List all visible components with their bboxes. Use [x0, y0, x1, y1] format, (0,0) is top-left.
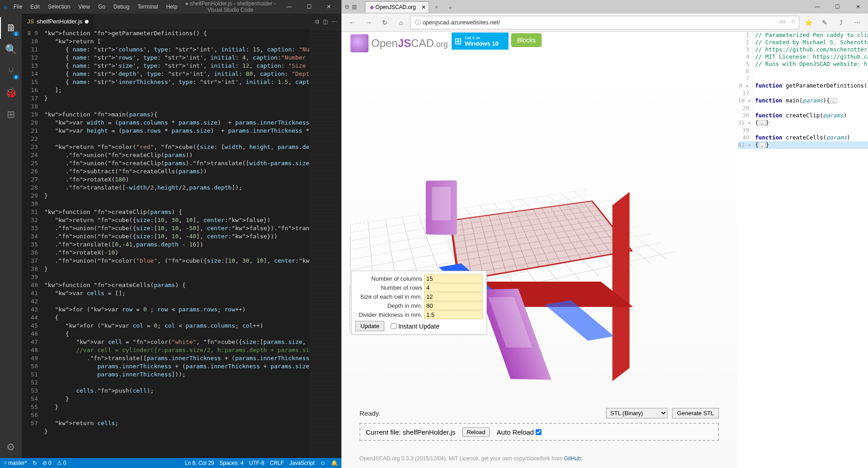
debug-icon[interactable]: 🐞	[0, 82, 22, 104]
param-input-2[interactable]	[424, 292, 483, 301]
openjscad-title: OpenJSCAD.org	[371, 37, 448, 50]
menu-terminal[interactable]: Terminal	[134, 2, 162, 12]
vscode-window: ⟐ FileEditSelectionViewGoDebugTerminalHe…	[0, 0, 341, 468]
modified-indicator-icon	[85, 20, 89, 23]
maximize-button[interactable]: ☐	[300, 2, 318, 12]
window-controls: — ☐ ✕	[280, 2, 338, 12]
menu-edit[interactable]: Edit	[27, 2, 43, 12]
auto-reload-toggle[interactable]: Auto Reload	[497, 428, 542, 436]
share-icon[interactable]: ⤴	[834, 19, 848, 26]
param-input-1[interactable]	[424, 283, 483, 292]
reload-button[interactable]: Reload	[462, 427, 489, 437]
browser-minimize-button[interactable]: —	[807, 1, 827, 13]
menu-icon[interactable]: ⋯	[850, 19, 864, 26]
update-button[interactable]: Update	[355, 321, 384, 331]
instant-update-toggle[interactable]: Instant Update	[391, 323, 439, 330]
format-select[interactable]: STL (Binary)	[606, 408, 667, 418]
browser-close-button[interactable]: ✕	[848, 1, 868, 13]
editor-tabs: JS shelfPenHolder.js ⧉ ◫ ⋯	[22, 14, 341, 29]
param-input-3[interactable]	[424, 301, 483, 310]
menu-go[interactable]: Go	[94, 2, 109, 12]
code-editor[interactable]: 8 9 10 11 12 13 14 15 16 17 18 19 20 21 …	[22, 29, 341, 458]
split-editor-icon[interactable]: ◫	[323, 19, 328, 25]
window-title: ● shelfPenHolder.js - shelfpenholder - V…	[181, 0, 280, 13]
windows10-button[interactable]: ⊞ Get it onWindows 10	[452, 32, 509, 50]
vscode-logo-icon: ⟐	[4, 3, 7, 10]
indentation[interactable]: Spaces: 4	[219, 460, 243, 466]
openjscad-header: OpenJSCAD.org	[350, 34, 448, 52]
notifications-icon[interactable]: 🔔	[331, 460, 338, 466]
menu-file[interactable]: File	[10, 2, 26, 12]
extensions-icon[interactable]: ⊞	[0, 104, 22, 125]
tab-close-icon[interactable]: ✕	[421, 4, 426, 10]
scm-icon[interactable]: ⑂8	[0, 60, 22, 82]
favorite-icon[interactable]: ☆	[791, 18, 796, 25]
param-input-0[interactable]	[424, 274, 483, 283]
back-button[interactable]: ←	[345, 19, 359, 26]
close-button[interactable]: ✕	[320, 2, 338, 12]
current-file-bar: Current file: shelfPenHolder.js Reload A…	[359, 423, 719, 441]
browser-tab-openjscad[interactable]: ◆ OpenJSCAD.org ✕	[365, 1, 429, 13]
menu-selection[interactable]: Selection	[44, 2, 74, 12]
browser-titlebar: ⧉ ▥ ◆ OpenJSCAD.org ✕ ＋ ⌄ — ☐ ✕	[341, 0, 868, 14]
url-toolbar: ← → ↻ ⌂ ⓘ openjscad.azurewebsites.net/ ▭…	[341, 14, 868, 32]
feedback-icon[interactable]: ☺	[320, 460, 326, 466]
home-button[interactable]: ⌂	[394, 19, 408, 26]
blocks-button[interactable]: Blocks	[511, 33, 541, 47]
git-branch[interactable]: ⑂ master*	[4, 460, 27, 466]
menu-help[interactable]: Help	[163, 2, 181, 12]
3d-viewport[interactable]: Number of columnsNumber of rowsSize of e…	[341, 54, 737, 468]
favorites-icon[interactable]: ⭐	[801, 19, 816, 26]
settings-icon[interactable]: ⚙	[0, 436, 22, 458]
openjscad-logo-icon	[350, 34, 369, 52]
current-file-label: Current file: shelfPenHolder.js	[366, 428, 455, 436]
refresh-button[interactable]: ↻	[378, 19, 392, 26]
tab-shelfpenholder[interactable]: JS shelfPenHolder.js	[22, 14, 94, 29]
encoding[interactable]: UTF-8	[249, 460, 264, 466]
forward-button[interactable]: →	[361, 19, 376, 26]
new-tab-button[interactable]: ＋	[429, 1, 443, 13]
status-bar: ⑂ master* ↻ ⊘ 0 ⚠ 0 Ln 8, Col 29 Spaces:…	[0, 458, 341, 468]
param-label-0: Number of columns	[355, 275, 424, 282]
warnings-count[interactable]: ⚠ 0	[57, 460, 66, 466]
menu-debug[interactable]: Debug	[110, 2, 133, 12]
footer-text: OpenJSCAD.org 0.3.3 (2015/12/04), MIT Li…	[359, 455, 582, 462]
tab-actions-icon[interactable]: ⧉	[345, 4, 349, 10]
browser-window: ⧉ ▥ ◆ OpenJSCAD.org ✕ ＋ ⌄ — ☐ ✕ ← → ↻ ⌂ …	[341, 0, 868, 468]
eol[interactable]: CRLF	[270, 460, 284, 466]
editor-area: JS shelfPenHolder.js ⧉ ◫ ⋯ 8 9 10 11 12 …	[22, 14, 341, 458]
browser-maximize-button[interactable]: ☐	[827, 1, 848, 13]
errors-count[interactable]: ⊘ 0	[42, 460, 51, 466]
activity-bar: 🗎1 🔍 ⑂8 🐞 ⊞ ⚙	[0, 14, 22, 458]
explorer-icon[interactable]: 🗎1	[0, 17, 22, 39]
instant-update-checkbox[interactable]	[391, 323, 397, 329]
tab-actions2-icon[interactable]: ▥	[352, 4, 357, 10]
param-input-4[interactable]	[424, 310, 483, 319]
tab-dropdown-icon[interactable]: ⌄	[443, 2, 457, 12]
generate-button[interactable]: Generate STL	[672, 408, 719, 418]
minimap[interactable]	[310, 29, 341, 458]
vscode-menubar: FileEditSelectionViewGoDebugTerminalHelp	[10, 2, 181, 12]
compare-icon[interactable]: ⧉	[315, 19, 319, 25]
language-mode[interactable]: JavaScript	[289, 460, 315, 466]
github-link[interactable]: GitHub:	[564, 455, 583, 462]
parameter-panel: Number of columnsNumber of rowsSize of e…	[351, 271, 487, 334]
address-bar[interactable]: ⓘ openjscad.azurewebsites.net/ ▭ ☆	[410, 16, 799, 29]
model-clip1	[426, 181, 457, 235]
notes-icon[interactable]: ✎	[817, 19, 832, 26]
search-icon[interactable]: 🔍	[0, 39, 22, 60]
windows-icon: ⊞	[454, 36, 462, 46]
reading-view-icon[interactable]: ▭	[780, 18, 785, 25]
jscad-code-panel[interactable]: 1// Parameterized Pen caddy to clip ont2…	[738, 32, 868, 149]
more-icon[interactable]: ⋯	[331, 19, 337, 25]
menu-view[interactable]: View	[75, 2, 93, 12]
auto-reload-checkbox[interactable]	[536, 429, 541, 435]
minimize-button[interactable]: —	[280, 2, 298, 12]
cursor-position[interactable]: Ln 8, Col 29	[185, 460, 214, 466]
param-label-1: Number of rows	[355, 284, 424, 291]
param-label-4: Divider thickness in mm.	[355, 311, 424, 318]
param-label-3: Depth in mm.	[355, 302, 424, 309]
vscode-titlebar: ⟐ FileEditSelectionViewGoDebugTerminalHe…	[0, 0, 341, 14]
page-content: OpenJSCAD.org ⊞ Get it onWindows 10 Bloc…	[341, 32, 868, 468]
sync-icon[interactable]: ↻	[33, 460, 37, 466]
